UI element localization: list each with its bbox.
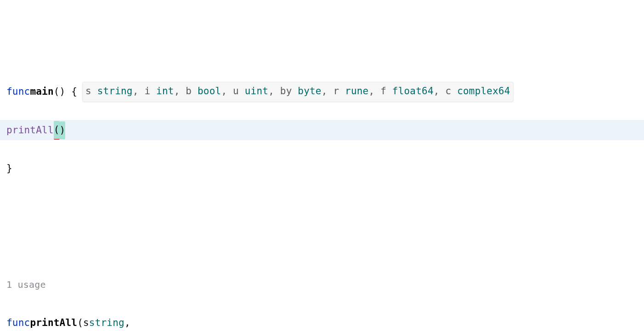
keyword-func: func <box>6 83 30 101</box>
call-printAll: printAll <box>6 121 54 140</box>
code-line-close-brace[interactable]: } <box>0 159 644 179</box>
usage-count[interactable]: 1 usage <box>6 276 46 293</box>
code-line-main-decl[interactable]: func main() { s string, i int, b bool, u… <box>0 82 644 102</box>
code-line-printall-call[interactable]: printAll() <box>0 120 644 140</box>
code-line-blank[interactable] <box>0 197 644 217</box>
func-name-main: main <box>30 83 53 101</box>
code-line-printall-decl[interactable]: func printAll(s string, <box>0 313 644 331</box>
usage-hint[interactable]: 1 usage <box>0 274 644 295</box>
parameter-info-popup: s string, i int, b bool, u uint, by byte… <box>82 82 514 102</box>
code-line-blank[interactable] <box>0 236 644 256</box>
func-name-printAll: printAll <box>30 314 77 331</box>
paren-open: ( <box>54 121 60 140</box>
keyword-func: func <box>6 314 30 331</box>
brace-close: } <box>6 160 12 178</box>
paren-close: ) <box>60 121 66 140</box>
